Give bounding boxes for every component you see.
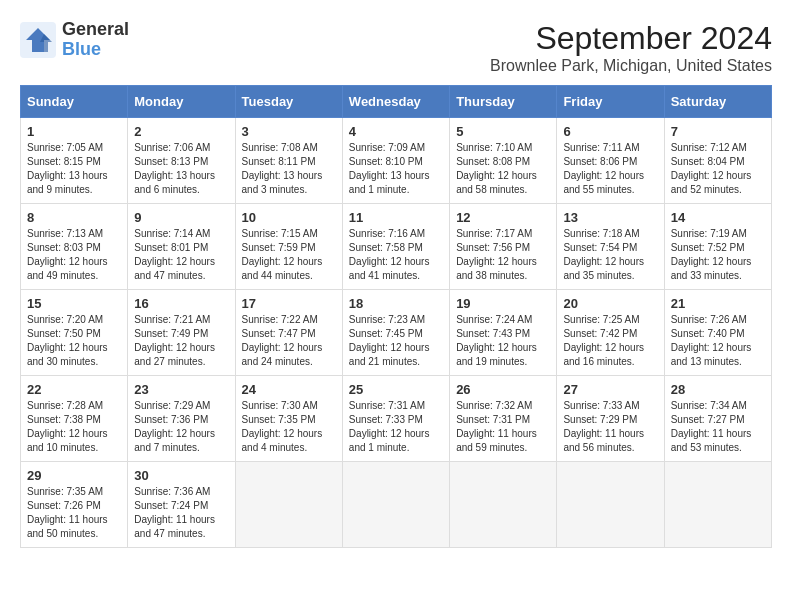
day-number: 20 xyxy=(563,296,657,311)
day-info: Sunrise: 7:20 AM Sunset: 7:50 PM Dayligh… xyxy=(27,313,121,369)
calendar-cell: 7Sunrise: 7:12 AM Sunset: 8:04 PM Daylig… xyxy=(664,118,771,204)
day-number: 2 xyxy=(134,124,228,139)
day-number: 30 xyxy=(134,468,228,483)
day-info: Sunrise: 7:29 AM Sunset: 7:36 PM Dayligh… xyxy=(134,399,228,455)
day-number: 14 xyxy=(671,210,765,225)
day-number: 3 xyxy=(242,124,336,139)
weekday-header: Monday xyxy=(128,86,235,118)
day-number: 12 xyxy=(456,210,550,225)
logo-line1: General xyxy=(62,20,129,40)
day-number: 27 xyxy=(563,382,657,397)
day-info: Sunrise: 7:25 AM Sunset: 7:42 PM Dayligh… xyxy=(563,313,657,369)
weekday-header: Wednesday xyxy=(342,86,449,118)
day-number: 1 xyxy=(27,124,121,139)
calendar-table: SundayMondayTuesdayWednesdayThursdayFrid… xyxy=(20,85,772,548)
day-number: 16 xyxy=(134,296,228,311)
calendar-week-row: 22Sunrise: 7:28 AM Sunset: 7:38 PM Dayli… xyxy=(21,376,772,462)
calendar-cell: 21Sunrise: 7:26 AM Sunset: 7:40 PM Dayli… xyxy=(664,290,771,376)
logo: General Blue xyxy=(20,20,129,60)
page-header: General Blue September 2024 Brownlee Par… xyxy=(20,20,772,75)
day-info: Sunrise: 7:14 AM Sunset: 8:01 PM Dayligh… xyxy=(134,227,228,283)
day-info: Sunrise: 7:26 AM Sunset: 7:40 PM Dayligh… xyxy=(671,313,765,369)
day-info: Sunrise: 7:23 AM Sunset: 7:45 PM Dayligh… xyxy=(349,313,443,369)
logo-icon xyxy=(20,22,56,58)
title-block: September 2024 Brownlee Park, Michigan, … xyxy=(490,20,772,75)
calendar-cell: 6Sunrise: 7:11 AM Sunset: 8:06 PM Daylig… xyxy=(557,118,664,204)
day-number: 8 xyxy=(27,210,121,225)
day-number: 29 xyxy=(27,468,121,483)
weekday-header: Tuesday xyxy=(235,86,342,118)
day-info: Sunrise: 7:12 AM Sunset: 8:04 PM Dayligh… xyxy=(671,141,765,197)
day-info: Sunrise: 7:15 AM Sunset: 7:59 PM Dayligh… xyxy=(242,227,336,283)
weekday-header: Sunday xyxy=(21,86,128,118)
day-info: Sunrise: 7:35 AM Sunset: 7:26 PM Dayligh… xyxy=(27,485,121,541)
page-subtitle: Brownlee Park, Michigan, United States xyxy=(490,57,772,75)
calendar-cell: 11Sunrise: 7:16 AM Sunset: 7:58 PM Dayli… xyxy=(342,204,449,290)
day-number: 4 xyxy=(349,124,443,139)
calendar-cell xyxy=(557,462,664,548)
calendar-cell: 1Sunrise: 7:05 AM Sunset: 8:15 PM Daylig… xyxy=(21,118,128,204)
day-number: 7 xyxy=(671,124,765,139)
day-info: Sunrise: 7:17 AM Sunset: 7:56 PM Dayligh… xyxy=(456,227,550,283)
calendar-cell: 19Sunrise: 7:24 AM Sunset: 7:43 PM Dayli… xyxy=(450,290,557,376)
day-info: Sunrise: 7:28 AM Sunset: 7:38 PM Dayligh… xyxy=(27,399,121,455)
day-number: 25 xyxy=(349,382,443,397)
day-number: 6 xyxy=(563,124,657,139)
calendar-week-row: 1Sunrise: 7:05 AM Sunset: 8:15 PM Daylig… xyxy=(21,118,772,204)
day-number: 9 xyxy=(134,210,228,225)
calendar-cell xyxy=(664,462,771,548)
calendar-cell: 30Sunrise: 7:36 AM Sunset: 7:24 PM Dayli… xyxy=(128,462,235,548)
calendar-cell: 26Sunrise: 7:32 AM Sunset: 7:31 PM Dayli… xyxy=(450,376,557,462)
day-info: Sunrise: 7:10 AM Sunset: 8:08 PM Dayligh… xyxy=(456,141,550,197)
page-title: September 2024 xyxy=(490,20,772,57)
day-number: 24 xyxy=(242,382,336,397)
day-info: Sunrise: 7:08 AM Sunset: 8:11 PM Dayligh… xyxy=(242,141,336,197)
calendar-cell: 28Sunrise: 7:34 AM Sunset: 7:27 PM Dayli… xyxy=(664,376,771,462)
calendar-week-row: 29Sunrise: 7:35 AM Sunset: 7:26 PM Dayli… xyxy=(21,462,772,548)
calendar-cell xyxy=(342,462,449,548)
day-number: 15 xyxy=(27,296,121,311)
weekday-header: Thursday xyxy=(450,86,557,118)
calendar-cell: 8Sunrise: 7:13 AM Sunset: 8:03 PM Daylig… xyxy=(21,204,128,290)
day-info: Sunrise: 7:19 AM Sunset: 7:52 PM Dayligh… xyxy=(671,227,765,283)
calendar-cell: 29Sunrise: 7:35 AM Sunset: 7:26 PM Dayli… xyxy=(21,462,128,548)
day-number: 19 xyxy=(456,296,550,311)
calendar-week-row: 8Sunrise: 7:13 AM Sunset: 8:03 PM Daylig… xyxy=(21,204,772,290)
day-info: Sunrise: 7:11 AM Sunset: 8:06 PM Dayligh… xyxy=(563,141,657,197)
day-number: 22 xyxy=(27,382,121,397)
day-number: 13 xyxy=(563,210,657,225)
day-info: Sunrise: 7:33 AM Sunset: 7:29 PM Dayligh… xyxy=(563,399,657,455)
calendar-cell: 25Sunrise: 7:31 AM Sunset: 7:33 PM Dayli… xyxy=(342,376,449,462)
day-info: Sunrise: 7:13 AM Sunset: 8:03 PM Dayligh… xyxy=(27,227,121,283)
day-info: Sunrise: 7:36 AM Sunset: 7:24 PM Dayligh… xyxy=(134,485,228,541)
calendar-cell xyxy=(450,462,557,548)
calendar-cell: 16Sunrise: 7:21 AM Sunset: 7:49 PM Dayli… xyxy=(128,290,235,376)
day-number: 5 xyxy=(456,124,550,139)
day-number: 18 xyxy=(349,296,443,311)
logo-line2: Blue xyxy=(62,40,129,60)
calendar-cell: 12Sunrise: 7:17 AM Sunset: 7:56 PM Dayli… xyxy=(450,204,557,290)
calendar-header-row: SundayMondayTuesdayWednesdayThursdayFrid… xyxy=(21,86,772,118)
calendar-cell: 17Sunrise: 7:22 AM Sunset: 7:47 PM Dayli… xyxy=(235,290,342,376)
weekday-header: Friday xyxy=(557,86,664,118)
day-info: Sunrise: 7:09 AM Sunset: 8:10 PM Dayligh… xyxy=(349,141,443,197)
logo-text: General Blue xyxy=(62,20,129,60)
calendar-cell: 13Sunrise: 7:18 AM Sunset: 7:54 PM Dayli… xyxy=(557,204,664,290)
day-info: Sunrise: 7:18 AM Sunset: 7:54 PM Dayligh… xyxy=(563,227,657,283)
calendar-cell: 2Sunrise: 7:06 AM Sunset: 8:13 PM Daylig… xyxy=(128,118,235,204)
day-info: Sunrise: 7:31 AM Sunset: 7:33 PM Dayligh… xyxy=(349,399,443,455)
day-info: Sunrise: 7:21 AM Sunset: 7:49 PM Dayligh… xyxy=(134,313,228,369)
calendar-week-row: 15Sunrise: 7:20 AM Sunset: 7:50 PM Dayli… xyxy=(21,290,772,376)
calendar-cell: 20Sunrise: 7:25 AM Sunset: 7:42 PM Dayli… xyxy=(557,290,664,376)
calendar-cell: 14Sunrise: 7:19 AM Sunset: 7:52 PM Dayli… xyxy=(664,204,771,290)
calendar-cell: 18Sunrise: 7:23 AM Sunset: 7:45 PM Dayli… xyxy=(342,290,449,376)
calendar-cell: 23Sunrise: 7:29 AM Sunset: 7:36 PM Dayli… xyxy=(128,376,235,462)
calendar-cell: 4Sunrise: 7:09 AM Sunset: 8:10 PM Daylig… xyxy=(342,118,449,204)
calendar-cell: 15Sunrise: 7:20 AM Sunset: 7:50 PM Dayli… xyxy=(21,290,128,376)
calendar-cell: 10Sunrise: 7:15 AM Sunset: 7:59 PM Dayli… xyxy=(235,204,342,290)
calendar-cell xyxy=(235,462,342,548)
day-number: 28 xyxy=(671,382,765,397)
calendar-cell: 27Sunrise: 7:33 AM Sunset: 7:29 PM Dayli… xyxy=(557,376,664,462)
day-number: 11 xyxy=(349,210,443,225)
day-number: 26 xyxy=(456,382,550,397)
